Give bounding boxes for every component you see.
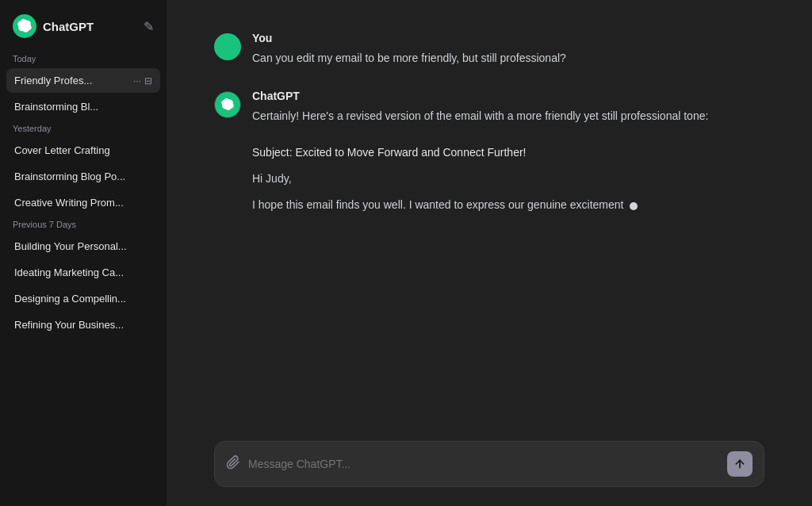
chatgpt-avatar xyxy=(214,91,241,118)
more-options-icon[interactable]: ··· xyxy=(133,75,141,86)
sidebar-item-brainstorming-blog[interactable]: Brainstorming Blog Po... xyxy=(6,164,160,189)
email-greeting: Hi Judy, xyxy=(252,170,764,188)
new-chat-icon[interactable]: ✎ xyxy=(144,19,154,34)
sidebar-item-building-personal[interactable]: Building Your Personal... xyxy=(6,234,160,259)
sidebar-item-actions: ··· ⊟ xyxy=(133,75,152,86)
email-subject: Subject: Excited to Move Forward and Con… xyxy=(252,144,764,162)
chatgpt-intro: Certainly! Here's a revised version of t… xyxy=(252,109,708,122)
sidebar-item-brainstorming-bl[interactable]: Brainstorming Bl... xyxy=(6,94,160,119)
input-area xyxy=(167,428,812,506)
chatgpt-message-content: ChatGPT Certainly! Here's a revised vers… xyxy=(252,90,764,214)
section-today-label: Today xyxy=(6,51,160,68)
chat-area: You Can you edit my email to be more fri… xyxy=(167,0,812,428)
chatgpt-message: ChatGPT Certainly! Here's a revised vers… xyxy=(214,90,764,214)
user-sender-name: You xyxy=(252,32,764,44)
sidebar-header: ChatGPT ✎ xyxy=(6,10,160,51)
send-button[interactable] xyxy=(727,451,753,477)
chatgpt-logo-icon xyxy=(13,14,36,38)
sidebar-item-refining-business[interactable]: Refining Your Busines... xyxy=(6,312,160,337)
user-message-content: You Can you edit my email to be more fri… xyxy=(252,32,764,67)
user-avatar xyxy=(214,33,241,60)
archive-icon[interactable]: ⊟ xyxy=(144,75,152,86)
section-previous-7-days-label: Previous 7 Days xyxy=(6,217,160,234)
user-message-text: Can you edit my email to be more friendl… xyxy=(252,49,764,67)
sidebar-logo: ChatGPT xyxy=(13,14,94,38)
sidebar-item-creative-writing[interactable]: Creative Writing Prom... xyxy=(6,190,160,215)
loading-indicator xyxy=(630,202,638,210)
user-message: You Can you edit my email to be more fri… xyxy=(214,32,764,67)
sidebar-item-ideating-marketing[interactable]: Ideating Marketing Ca... xyxy=(6,260,160,285)
main-content: You Can you edit my email to be more fri… xyxy=(167,0,812,506)
chatgpt-sender-name: ChatGPT xyxy=(252,90,764,102)
sidebar-item-friendly-professional[interactable]: Friendly Profes... ··· ⊟ xyxy=(6,68,160,93)
input-container xyxy=(214,441,764,487)
sidebar: ChatGPT ✎ Today Friendly Profes... ··· ⊟… xyxy=(0,0,167,506)
sidebar-item-cover-letter[interactable]: Cover Letter Crafting xyxy=(6,138,160,163)
section-yesterday-label: Yesterday xyxy=(6,121,160,138)
attach-icon[interactable] xyxy=(226,455,240,473)
email-body: I hope this email finds you well. I want… xyxy=(252,196,764,214)
message-input[interactable] xyxy=(248,458,719,470)
sidebar-item-label: Friendly Profes... xyxy=(14,75,130,86)
chatgpt-message-text: Certainly! Here's a revised version of t… xyxy=(252,107,764,214)
app-name: ChatGPT xyxy=(43,20,94,33)
sidebar-item-designing-compelling[interactable]: Designing a Compellin... xyxy=(6,286,160,311)
